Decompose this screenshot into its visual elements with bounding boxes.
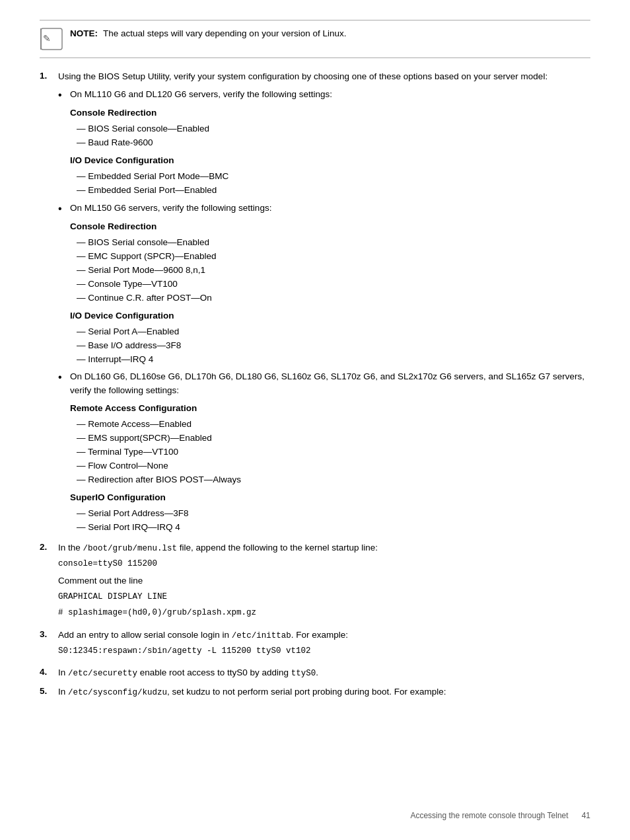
bullet-2-sections: Console Redirection BIOS Serial console—… (70, 220, 590, 366)
note-text: The actual steps will vary depending on … (103, 28, 346, 38)
bullet-3-text: On DL160 G6, DL160se G6, DL170h G6, DL18… (70, 370, 590, 398)
io-device-list-1: Embedded Serial Port Mode—BMC Embedded S… (77, 170, 590, 198)
footer-left: Accessing the remote console through Tel… (410, 811, 568, 820)
footer: Accessing the remote console through Tel… (410, 811, 590, 820)
list-item: Flow Control—None (77, 459, 590, 473)
note-icon: ✎ (40, 27, 63, 51)
list-item: Remote Access—Enabled (77, 418, 590, 432)
superio-heading: SuperIO Configuration (70, 491, 590, 505)
list-item: Embedded Serial Port—Enabled (77, 184, 590, 198)
step-2-splash: # splashimage=(hd0,0)/grub/splash.xpm.gz (58, 607, 378, 619)
step-2-intro: In the (58, 543, 81, 553)
note-box: ✎ NOTE:The actual steps will vary depend… (40, 20, 590, 58)
step-2-file: /boot/grub/menu.lst (83, 544, 178, 553)
bullet-2: • On ML150 G6 servers, verify the follow… (58, 202, 590, 367)
list-item: Terminal Type—VT100 (77, 445, 590, 459)
bullet-icon-1: • (58, 88, 70, 102)
step-4-code-inline: ttyS0 (291, 669, 316, 678)
step-4-content: In /etc/securetty enable root access to … (58, 666, 318, 680)
list-item: EMC Support (SPCR)—Enabled (77, 250, 590, 264)
step-2-graphical: GRAPHICAL DISPLAY LINE (58, 591, 378, 603)
bullet-3-sections: Remote Access Configuration Remote Acces… (70, 402, 590, 534)
bullet-icon-3: • (58, 370, 70, 385)
step-5: 5. In /etc/sysconfig/kudzu, set kudzu to… (40, 685, 590, 699)
step-4-intro: In (58, 668, 65, 677)
bullet-2-item: • On ML150 G6 servers, verify the follow… (58, 202, 590, 216)
step-3-code-line: S0:12345:respawn:/sbin/agetty -L 115200 … (58, 645, 348, 658)
list-item: BIOS Serial console—Enabled (77, 236, 590, 250)
note-content: NOTE:The actual steps will vary dependin… (70, 27, 346, 40)
footer-page-num: 41 (582, 811, 590, 820)
bullet-2-text: On ML150 G6 servers, verify the followin… (70, 202, 271, 215)
step-2-content: In the /boot/grub/menu.lst file, append … (58, 541, 378, 622)
list-item: EMS support(SPCR)—Enabled (77, 432, 590, 445)
list-item: Console Type—VT100 (77, 278, 590, 291)
bullet-icon-2: • (58, 202, 70, 216)
io-device-heading-1: I/O Device Configuration (70, 154, 590, 168)
step-2-code-comment2: # splashimage=(hd0,0)/grub/splash.xpm.gz (58, 607, 378, 619)
step-4: 4. In /etc/securetty enable root access … (40, 666, 590, 680)
step-5-intro: In (58, 687, 65, 697)
step-5-num: 5. (40, 685, 58, 696)
step-5-content: In /etc/sysconfig/kudzu, set kudzu to no… (58, 685, 446, 699)
list-item: BIOS Serial console—Enabled (77, 122, 590, 136)
bullet-3-item: • On DL160 G6, DL160se G6, DL170h G6, DL… (58, 370, 590, 398)
step-2-comment-label: Comment out the line (58, 574, 378, 588)
superio-list: Serial Port Address—3F8 Serial Port IRQ—… (77, 507, 590, 535)
list-item: Interrupt—IRQ 4 (77, 353, 590, 367)
console-redirection-heading-1: Console Redirection (70, 106, 590, 120)
step-1-content: Using the BIOS Setup Utility, verify you… (58, 70, 590, 535)
list-item: Baud Rate-9600 (77, 136, 590, 150)
remote-access-heading: Remote Access Configuration (70, 402, 590, 416)
list-item: Base I/O address—3F8 (77, 339, 590, 353)
remote-access-list: Remote Access—Enabled EMS support(SPCR)—… (77, 418, 590, 487)
list-item: Serial Port A—Enabled (77, 325, 590, 339)
bullet-1-text: On ML110 G6 and DL120 G6 servers, verify… (70, 88, 332, 102)
step-5-intro2: , set kudzu to not perform serial port p… (167, 687, 446, 697)
step-1-num: 1. (40, 70, 58, 81)
console-redirection-list-1: BIOS Serial console—Enabled Baud Rate-96… (77, 122, 590, 150)
io-device-list-2: Serial Port A—Enabled Base I/O address—3… (77, 325, 590, 367)
step-3-file: /etc/inittab (232, 631, 291, 640)
note-label: NOTE: (70, 28, 98, 38)
list-item: Embedded Serial Port Mode—BMC (77, 170, 590, 184)
step-1-intro: Using the BIOS Setup Utility, verify you… (58, 71, 547, 81)
step-4-num: 4. (40, 666, 58, 677)
step-3-intro: Add an entry to allow serial console log… (58, 630, 229, 640)
bullet-1-item: • On ML110 G6 and DL120 G6 servers, veri… (58, 88, 590, 102)
step-2-code-comment: GRAPHICAL DISPLAY LINE (58, 591, 378, 603)
svg-text:✎: ✎ (43, 33, 51, 44)
step-3: 3. Add an entry to allow serial console … (40, 629, 590, 661)
step-4-intro3: . (316, 668, 318, 677)
step-2-intro2: file, append the following to the kernel… (180, 543, 378, 553)
console-redirection-heading-2: Console Redirection (70, 220, 590, 234)
step-4-file: /etc/securetty (68, 669, 137, 678)
step-5-file: /etc/sysconfig/kudzu (68, 688, 167, 697)
list-item: Serial Port Mode—9600 8,n,1 (77, 264, 590, 278)
list-item: Continue C.R. after POST—On (77, 291, 590, 305)
bullet-3: • On DL160 G6, DL160se G6, DL170h G6, DL… (58, 370, 590, 534)
console-redirection-list-2: BIOS Serial console—Enabled EMC Support … (77, 236, 590, 305)
list-item: Redirection after BIOS POST—Always (77, 473, 590, 487)
step-3-intro2: . For example: (291, 630, 348, 640)
step-3-code: S0:12345:respawn:/sbin/agetty -L 115200 … (58, 645, 348, 658)
step-4-intro2: enable root access to ttyS0 by adding (140, 668, 289, 677)
io-device-heading-2: I/O Device Configuration (70, 309, 590, 323)
list-item: Serial Port Address—3F8 (77, 507, 590, 521)
step-3-content: Add an entry to allow serial console log… (58, 629, 348, 661)
step-2-num: 2. (40, 541, 58, 552)
step-2: 2. In the /boot/grub/menu.lst file, appe… (40, 541, 590, 622)
bullet-1: • On ML110 G6 and DL120 G6 servers, veri… (58, 88, 590, 198)
step-2-code-line: console=ttyS0 115200 (58, 558, 378, 570)
list-item: Serial Port IRQ—IRQ 4 (77, 521, 590, 535)
step-2-code: console=ttyS0 115200 (58, 558, 378, 570)
step-1: 1. Using the BIOS Setup Utility, verify … (40, 70, 590, 535)
step-3-num: 3. (40, 629, 58, 639)
bullet-1-sections: Console Redirection BIOS Serial console—… (70, 106, 590, 198)
